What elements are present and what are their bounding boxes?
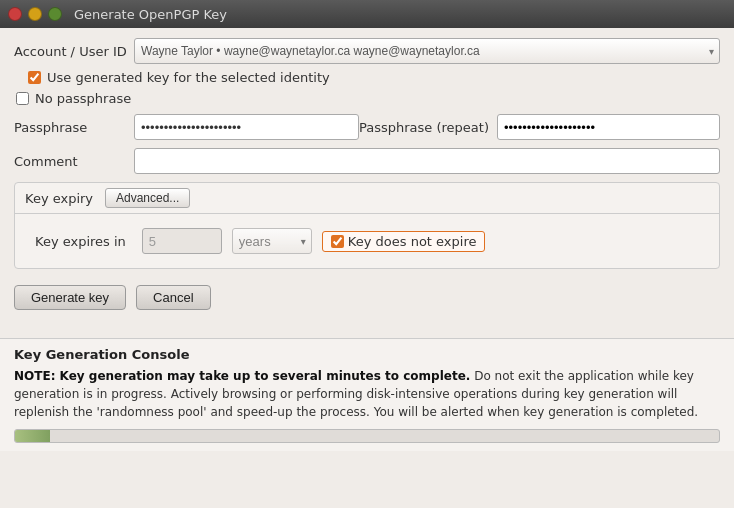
- comment-input[interactable]: [134, 148, 720, 174]
- key-expiry-header: Key expiry Advanced...: [15, 183, 719, 214]
- window-title: Generate OpenPGP Key: [74, 7, 227, 22]
- key-expiry-body: Key expires in days weeks months years ▾…: [15, 214, 719, 268]
- console-note: NOTE: Key generation may take up to seve…: [14, 367, 720, 421]
- expires-unit-wrapper: days weeks months years ▾: [232, 228, 312, 254]
- use-generated-key-checkbox[interactable]: [28, 71, 41, 84]
- close-button[interactable]: [8, 7, 22, 21]
- use-generated-key-label[interactable]: Use generated key for the selected ident…: [47, 70, 330, 85]
- key-expiry-section: Key expiry Advanced... Key expires in da…: [14, 182, 720, 269]
- account-label: Account / User ID: [14, 44, 134, 59]
- no-passphrase-row: No passphrase: [16, 91, 720, 106]
- console-section: Key Generation Console NOTE: Key generat…: [0, 338, 734, 451]
- passphrase-repeat-input[interactable]: [497, 114, 720, 140]
- comment-label: Comment: [14, 154, 134, 169]
- console-note-strong: NOTE: Key generation may take up to seve…: [14, 369, 470, 383]
- expires-unit-select[interactable]: days weeks months years: [232, 228, 312, 254]
- console-title: Key Generation Console: [14, 347, 720, 362]
- no-passphrase-checkbox[interactable]: [16, 92, 29, 105]
- key-expiry-label: Key expiry: [25, 191, 105, 206]
- no-passphrase-label[interactable]: No passphrase: [35, 91, 131, 106]
- account-select-wrapper: Wayne Taylor • wayne@waynetaylor.ca wayn…: [134, 38, 720, 64]
- account-row: Account / User ID Wayne Taylor • wayne@w…: [14, 38, 720, 64]
- cancel-button[interactable]: Cancel: [136, 285, 210, 310]
- generate-key-button[interactable]: Generate key: [14, 285, 126, 310]
- title-bar: Generate OpenPGP Key: [0, 0, 734, 28]
- use-generated-key-row: Use generated key for the selected ident…: [28, 70, 720, 85]
- passphrase-repeat-label: Passphrase (repeat): [359, 120, 497, 135]
- comment-row: Comment: [14, 148, 720, 174]
- key-expires-in-label: Key expires in: [35, 234, 126, 249]
- passphrase-label: Passphrase: [14, 120, 134, 135]
- passphrase-input[interactable]: [134, 114, 359, 140]
- does-not-expire-checkbox[interactable]: [331, 235, 344, 248]
- advanced-button[interactable]: Advanced...: [105, 188, 190, 208]
- account-select[interactable]: Wayne Taylor • wayne@waynetaylor.ca wayn…: [134, 38, 720, 64]
- does-not-expire-wrapper: Key does not expire: [322, 231, 486, 252]
- minimize-button[interactable]: [28, 7, 42, 21]
- progress-bar-fill: [15, 430, 50, 442]
- does-not-expire-label[interactable]: Key does not expire: [348, 234, 477, 249]
- maximize-button[interactable]: [48, 7, 62, 21]
- main-form: Account / User ID Wayne Taylor • wayne@w…: [0, 28, 734, 338]
- progress-bar-container: [14, 429, 720, 443]
- button-row: Generate key Cancel: [14, 279, 720, 316]
- passphrase-row: Passphrase Passphrase (repeat): [14, 114, 720, 140]
- expires-number-input[interactable]: [142, 228, 222, 254]
